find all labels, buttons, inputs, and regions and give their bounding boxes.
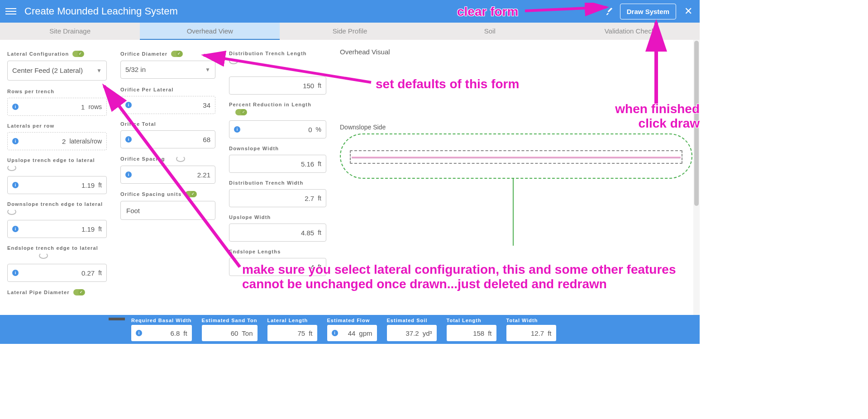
info-icon[interactable]: i — [234, 126, 240, 133]
upslope-width-label: Upslope Width — [229, 214, 326, 220]
footer-metric-label: Lateral Length — [267, 318, 317, 323]
info-icon[interactable]: i — [125, 171, 132, 178]
lateral-configuration-label: Lateral Configuration — [7, 51, 107, 57]
close-icon[interactable]: ✕ — [682, 5, 694, 17]
footer-drag-handle[interactable] — [109, 318, 125, 320]
orifice-per-lateral-input[interactable]: i — [120, 96, 215, 114]
info-icon[interactable]: i — [136, 330, 142, 336]
footer-metric-value: 44 — [348, 329, 356, 337]
pipe-diameter-toggle[interactable] — [73, 289, 85, 295]
pct-reduction-label: Percent Reduction in Length — [229, 102, 326, 107]
footer-metric-label: Estimated Soil — [387, 318, 437, 323]
laterals-per-row-label: Laterals per row — [7, 123, 107, 129]
downslope-side-label: Downslope Side — [340, 124, 692, 131]
orifice-total-input[interactable]: i — [120, 130, 215, 148]
footer-metric-box: i6.8ft — [131, 325, 192, 341]
orifice-total-label: Orifice Total — [120, 121, 215, 127]
tab-overhead-view[interactable]: Overhead View — [140, 23, 280, 40]
rows-per-trench-input[interactable]: i rows — [7, 98, 107, 116]
main-content: Lateral Configuration Center Feed (2 Lat… — [0, 40, 700, 315]
downslope-edge-label: Downslope trench edge to lateral — [7, 201, 107, 207]
info-icon[interactable]: i — [332, 330, 338, 336]
footer-metric: Lateral Length75ft — [267, 318, 317, 341]
footer-metric-unit: ft — [309, 329, 312, 337]
footer-metric-label: Total Length — [447, 318, 496, 323]
footer-metric-unit: ft — [548, 329, 551, 337]
upslope-width-input[interactable]: ft — [229, 224, 326, 242]
dist-trench-width-input[interactable]: ft — [229, 189, 326, 207]
footer-metric-unit: yd³ — [423, 329, 432, 337]
chevron-down-icon: ▼ — [96, 67, 102, 74]
orifice-spacing-units-toggle[interactable] — [185, 191, 197, 197]
dist-trench-width-label: Distribution Trench Width — [229, 180, 326, 186]
tab-site-drainage[interactable]: Site Drainage — [0, 23, 140, 40]
footer-metric-label: Estimated Flow — [327, 318, 377, 323]
footer-metric-unit: ft — [183, 329, 187, 337]
tab-bar: Site Drainage Overhead View Side Profile… — [0, 23, 700, 40]
orifice-diameter-toggle[interactable] — [171, 51, 183, 57]
footer-metric-unit: ft — [488, 329, 491, 337]
footer-metric-value: 37.2 — [405, 329, 419, 337]
footer-metric: Total Length158ft — [447, 318, 496, 341]
footer-metric: Total Width12.7ft — [506, 318, 556, 341]
orifice-spacing-input[interactable]: i — [120, 166, 215, 184]
orifice-spacing-units-value[interactable]: Foot — [120, 201, 215, 220]
footer-metric-box: i44gpm — [327, 325, 377, 341]
tab-side-profile[interactable]: Side Profile — [280, 23, 420, 40]
tab-soil[interactable]: Soil — [420, 23, 560, 40]
footer-bar: Required Basal Widthi6.8ftEstimated Sand… — [0, 315, 700, 344]
footer-metric-box: 37.2yd³ — [387, 325, 437, 341]
lateral-config-toggle[interactable] — [72, 51, 84, 57]
pct-reduction-input[interactable]: i % — [229, 120, 326, 138]
loading-icon — [7, 165, 16, 171]
footer-metric-box: 12.7ft — [506, 325, 556, 341]
downslope-edge-input[interactable]: i ft — [7, 220, 107, 238]
scrollbar[interactable] — [693, 40, 700, 315]
dist-trench-length-label: Distribution Trench Length — [229, 51, 326, 56]
pct-reduction-toggle[interactable] — [235, 109, 247, 115]
loading-icon — [176, 156, 185, 162]
overhead-diagram — [340, 133, 692, 179]
menu-icon[interactable] — [5, 6, 16, 17]
footer-metric-label: Required Basal Width — [131, 318, 192, 323]
overhead-visual-title: Overhead Visual — [340, 48, 692, 56]
loading-icon — [7, 209, 16, 215]
info-icon[interactable]: i — [125, 102, 132, 108]
info-icon[interactable]: i — [12, 182, 19, 188]
footer-metric-value: 158 — [473, 329, 484, 337]
footer-metric-label: Total Width — [506, 318, 556, 323]
upslope-edge-label: Upslope trench edge to lateral — [7, 157, 107, 163]
downslope-width-label: Downslope Width — [229, 146, 326, 151]
lateral-configuration-select[interactable]: Center Feed (2 Lateral) ▼ — [7, 61, 107, 81]
orifice-spacing-label: Orifice Spacing — [120, 156, 215, 162]
footer-metric-value: 75 — [297, 329, 305, 337]
endslope-edge-input[interactable]: i ft — [7, 264, 107, 282]
orifice-diameter-select[interactable]: 5/32 in ▼ — [120, 61, 215, 79]
footer-metric-value: 60 — [231, 329, 238, 337]
info-icon[interactable]: i — [12, 104, 19, 110]
dist-trench-length-input[interactable]: ft — [229, 76, 326, 95]
info-icon[interactable]: i — [12, 270, 19, 276]
footer-metric: Estimated Sand Ton60Ton — [202, 318, 258, 341]
info-icon[interactable]: i — [12, 226, 19, 232]
orifice-per-lateral-label: Orifice Per Lateral — [120, 87, 215, 92]
footer-metric: Estimated Soil37.2yd³ — [387, 318, 437, 341]
draw-system-button[interactable]: Draw System — [620, 4, 676, 19]
orifice-diameter-label: Orifice Diameter — [120, 51, 215, 57]
footer-metric-unit: Ton — [242, 329, 253, 337]
downslope-width-input[interactable]: ft — [229, 155, 326, 173]
endslope-lengths-input[interactable]: ft — [229, 258, 326, 276]
footer-metric-label: Estimated Sand Ton — [202, 318, 258, 323]
info-icon[interactable]: i — [125, 136, 132, 143]
footer-metric-value: 6.8 — [170, 329, 180, 337]
footer-metric-unit: gpm — [359, 329, 372, 337]
rows-per-trench-label: Rows per trench — [7, 89, 107, 94]
upslope-edge-input[interactable]: i ft — [7, 176, 107, 194]
chevron-down-icon: ▼ — [205, 67, 210, 73]
page-title: Create Mounded Leaching System — [24, 5, 605, 17]
endslope-edge-label: Endslope trench edge to lateral — [7, 245, 107, 251]
laterals-per-row-input[interactable]: i laterals/row — [7, 132, 107, 150]
clear-form-icon[interactable] — [605, 6, 614, 17]
info-icon[interactable]: i — [12, 138, 19, 144]
tab-validation-check[interactable]: Validation Check — [560, 23, 700, 40]
